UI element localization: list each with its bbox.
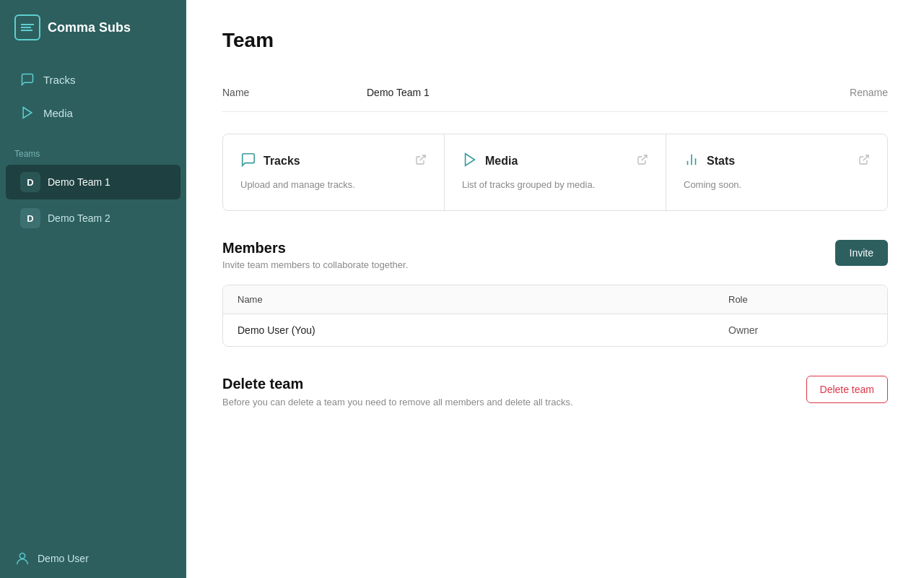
teams-list: D Demo Team 1 D Demo Team 2	[0, 163, 186, 237]
team-item-demo-team-1[interactable]: D Demo Team 1	[6, 165, 180, 199]
tracks-external-icon	[415, 154, 427, 168]
members-header-text: Members Invite team members to collabora…	[222, 240, 408, 270]
svg-marker-3	[23, 108, 32, 118]
media-label: Media	[43, 107, 73, 119]
col-header-name: Name	[237, 294, 728, 305]
svg-point-4	[19, 553, 25, 558]
team-name-1: Demo Team 1	[48, 176, 110, 188]
svg-line-7	[642, 155, 647, 160]
delete-description: Before you can delete a team you need to…	[222, 397, 573, 407]
app-logo[interactable]: Comma Subs	[0, 0, 186, 55]
logo-icon	[14, 14, 40, 40]
main-content: Team Name Demo Team 1 Rename Tracks	[186, 0, 924, 578]
user-icon	[14, 551, 30, 566]
sidebar-item-tracks[interactable]: Tracks	[6, 64, 180, 95]
sidebar: Comma Subs Tracks Media Teams D Demo Tea…	[0, 0, 186, 578]
svg-line-11	[863, 155, 868, 160]
members-title: Members	[222, 240, 408, 256]
rename-link[interactable]: Rename	[850, 87, 888, 98]
member-role: Owner	[728, 324, 873, 336]
team-name-2: Demo Team 2	[48, 212, 110, 224]
delete-title: Delete team	[222, 376, 573, 392]
team-name-value: Demo Team 1	[367, 87, 850, 98]
card-media-title: Media	[485, 155, 518, 168]
invite-button[interactable]: Invite	[835, 240, 888, 266]
card-stats-icon	[684, 152, 699, 171]
tracks-label: Tracks	[43, 74, 75, 86]
svg-line-5	[420, 155, 425, 160]
member-name: Demo User (You)	[237, 324, 728, 336]
user-profile[interactable]: Demo User	[0, 539, 186, 578]
card-stats-desc: Coming soon.	[684, 179, 870, 190]
delete-team-text: Delete team Before you can delete a team…	[222, 376, 573, 407]
app-name: Comma Subs	[48, 20, 131, 35]
media-external-icon	[637, 154, 648, 168]
sidebar-item-media[interactable]: Media	[6, 97, 180, 129]
delete-team-button[interactable]: Delete team	[806, 376, 888, 403]
sidebar-nav: Tracks Media	[0, 55, 186, 137]
feature-cards: Tracks Upload and manage tracks. Media	[222, 134, 888, 211]
card-tracks[interactable]: Tracks Upload and manage tracks.	[223, 134, 444, 210]
teams-section-label: Teams	[0, 137, 186, 163]
card-media-icon	[462, 152, 478, 171]
name-field-label: Name	[222, 87, 367, 98]
tracks-icon	[20, 72, 35, 87]
team-name-row: Name Demo Team 1 Rename	[222, 74, 888, 112]
members-table: Name Role Demo User (You) Owner	[222, 285, 888, 347]
user-name: Demo User	[38, 553, 89, 564]
card-media-desc: List of tracks grouped by media.	[462, 179, 648, 190]
stats-external-icon	[858, 154, 870, 168]
members-description: Invite team members to collaborate toget…	[222, 259, 408, 270]
team-avatar-1: D	[20, 172, 40, 192]
svg-marker-6	[466, 154, 475, 166]
card-stats-title: Stats	[707, 155, 735, 168]
table-header: Name Role	[223, 285, 887, 314]
card-media[interactable]: Media List of tracks grouped by media.	[445, 134, 666, 210]
members-section: Members Invite team members to collabora…	[222, 240, 888, 347]
team-avatar-2: D	[20, 208, 40, 228]
team-item-demo-team-2[interactable]: D Demo Team 2	[6, 201, 180, 236]
card-tracks-title: Tracks	[263, 155, 300, 168]
page-title: Team	[222, 29, 888, 52]
card-tracks-desc: Upload and manage tracks.	[240, 179, 427, 190]
delete-team-section: Delete team Before you can delete a team…	[222, 376, 888, 407]
card-tracks-icon	[240, 152, 256, 171]
media-icon	[20, 105, 35, 120]
col-header-role: Role	[728, 294, 873, 305]
card-stats[interactable]: Stats Coming soon.	[666, 134, 887, 210]
table-row: Demo User (You) Owner	[223, 314, 887, 346]
